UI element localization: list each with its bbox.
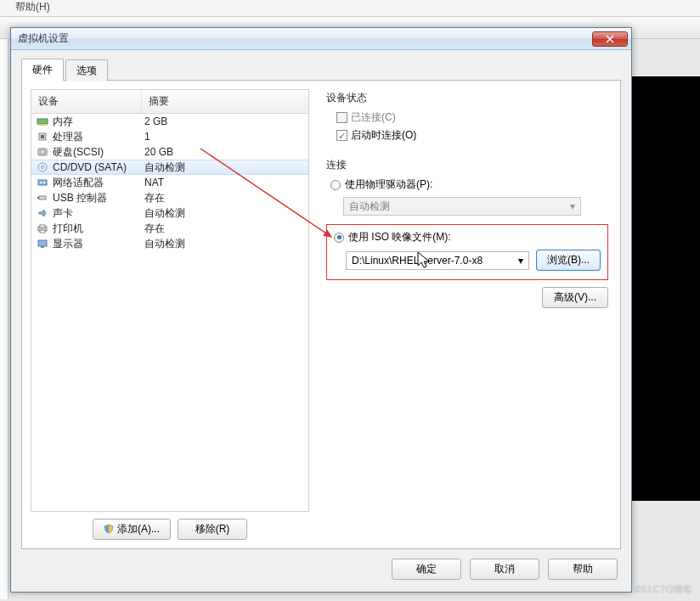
device-summary: 1 xyxy=(144,131,305,143)
cancel-button[interactable]: 取消 xyxy=(470,559,539,580)
device-actions: 添加(A)... 移除(R) xyxy=(31,512,309,540)
connection-title: 连接 xyxy=(326,158,608,172)
svg-rect-16 xyxy=(38,240,47,246)
svg-rect-14 xyxy=(40,225,45,227)
device-summary: 自动检测 xyxy=(144,206,305,221)
iso-radio-row[interactable]: 使用 ISO 映像文件(M): xyxy=(334,230,601,244)
device-row[interactable]: 硬盘(SCSI)20 GB xyxy=(31,144,308,160)
col-summary: 摘要 xyxy=(142,90,308,113)
device-name: 显示器 xyxy=(53,237,144,251)
tabstrip: 硬件 选项 xyxy=(21,59,621,81)
net-icon xyxy=(35,176,50,189)
tab-hardware[interactable]: 硬件 xyxy=(21,59,64,81)
device-row[interactable]: USB 控制器存在 xyxy=(31,190,308,205)
device-name: 处理器 xyxy=(53,130,144,144)
device-status-title: 设备状态 xyxy=(326,91,608,105)
device-list[interactable]: 设备 摘要 内存2 GB处理器1硬盘(SCSI)20 GBCD/DVD (SAT… xyxy=(31,89,309,512)
iso-path-value: D:\Linux\RHEL-server-7.0-x8 xyxy=(352,255,483,267)
iso-annotation-box: 使用 ISO 映像文件(M): D:\Linux\RHEL-server-7.0… xyxy=(326,224,608,280)
device-list-body: 内存2 GB处理器1硬盘(SCSI)20 GBCD/DVD (SATA)自动检测… xyxy=(31,114,308,251)
usb-icon xyxy=(35,191,50,205)
add-device-button[interactable]: 添加(A)... xyxy=(93,519,171,540)
app-sidebar xyxy=(0,39,8,599)
svg-rect-1 xyxy=(38,124,47,126)
dialog-buttons: 确定 取消 帮助 xyxy=(21,550,621,585)
display-icon xyxy=(35,237,50,250)
svg-point-5 xyxy=(41,150,45,154)
help-button[interactable]: 帮助 xyxy=(548,559,618,580)
svg-rect-0 xyxy=(37,119,48,124)
advanced-row: 高级(V)... xyxy=(326,287,608,308)
svg-rect-10 xyxy=(43,182,45,183)
iso-path-row: D:\Linux\RHEL-server-7.0-x8 ▾ 浏览(B)... xyxy=(346,250,601,271)
connect-on-power-row[interactable]: 启动时连接(O) xyxy=(336,128,608,143)
add-device-label: 添加(A)... xyxy=(117,523,160,535)
shield-icon xyxy=(104,524,114,536)
dialog-title: 虚拟机设置 xyxy=(18,31,592,46)
menu-help[interactable]: 帮助(H) xyxy=(15,1,50,13)
app-menubar: 帮助(H) xyxy=(0,0,700,17)
svg-rect-17 xyxy=(41,246,44,248)
col-device: 设备 xyxy=(31,90,142,113)
advanced-button[interactable]: 高级(V)... xyxy=(542,287,608,308)
svg-rect-8 xyxy=(38,180,47,185)
checkbox-icon xyxy=(336,130,347,141)
printer-icon xyxy=(35,222,50,235)
chevron-down-icon: ▾ xyxy=(570,200,575,212)
device-pane: 设备 摘要 内存2 GB处理器1硬盘(SCSI)20 GBCD/DVD (SAT… xyxy=(22,81,318,548)
svg-rect-9 xyxy=(40,182,42,183)
remove-device-button[interactable]: 移除(R) xyxy=(178,519,247,540)
device-row[interactable]: 内存2 GB xyxy=(31,114,308,129)
physical-drive-value: 自动检测 xyxy=(349,199,390,214)
device-summary: 自动检测 xyxy=(144,160,305,175)
memory-icon xyxy=(35,115,50,128)
sound-icon xyxy=(35,206,50,220)
titlebar: 虚拟机设置 xyxy=(11,28,631,50)
dialog-body: 硬件 选项 设备 摘要 内存2 GB处理器1硬盘(SCSI)20 GBCD/DV… xyxy=(11,50,631,592)
device-row[interactable]: CD/DVD (SATA)自动检测 xyxy=(31,160,308,175)
device-row[interactable]: 声卡自动检测 xyxy=(31,205,308,221)
device-name: 声卡 xyxy=(53,206,144,221)
ok-button[interactable]: 确定 xyxy=(392,559,461,580)
chevron-down-icon: ▾ xyxy=(518,255,523,267)
physical-drive-radio-row[interactable]: 使用物理驱动器(P): xyxy=(330,177,608,192)
svg-rect-12 xyxy=(37,197,39,199)
radio-icon xyxy=(334,233,344,243)
device-summary: NAT xyxy=(144,177,305,188)
vm-screen-area xyxy=(632,76,700,501)
iso-label: 使用 ISO 映像文件(M): xyxy=(348,230,451,244)
connect-on-power-label: 启动时连接(O) xyxy=(351,128,416,143)
device-row[interactable]: 处理器1 xyxy=(31,129,308,144)
browse-button[interactable]: 浏览(B)... xyxy=(536,250,601,271)
disk-icon xyxy=(35,145,50,159)
close-button[interactable] xyxy=(592,31,628,47)
physical-drive-label: 使用物理驱动器(P): xyxy=(345,177,432,192)
iso-path-combo[interactable]: D:\Linux\RHEL-server-7.0-x8 ▾ xyxy=(346,251,529,270)
device-name: CD/DVD (SATA) xyxy=(53,161,144,173)
device-name: USB 控制器 xyxy=(53,191,144,205)
vm-settings-dialog: 虚拟机设置 硬件 选项 设备 摘要 内存2 GB处理器1硬盘(SCSI)20 G… xyxy=(10,27,632,593)
device-summary: 20 GB xyxy=(144,146,305,158)
radio-icon xyxy=(330,180,341,190)
device-summary: 自动检测 xyxy=(144,237,305,251)
cd-icon xyxy=(35,160,50,174)
tab-options[interactable]: 选项 xyxy=(65,59,108,81)
device-row[interactable]: 显示器自动检测 xyxy=(31,236,308,251)
svg-rect-15 xyxy=(40,230,45,233)
checkbox-icon xyxy=(336,112,347,123)
tab-panel: 设备 摘要 内存2 GB处理器1硬盘(SCSI)20 GBCD/DVD (SAT… xyxy=(21,80,621,549)
watermark: ©51CTO博客 xyxy=(635,583,693,596)
connected-checkbox-row[interactable]: 已连接(C) xyxy=(336,110,608,125)
device-row[interactable]: 网络适配器NAT xyxy=(31,175,308,190)
svg-point-7 xyxy=(42,166,44,169)
svg-rect-11 xyxy=(39,196,46,199)
device-summary: 存在 xyxy=(144,222,305,236)
settings-pane: 设备状态 已连接(C) 启动时连接(O) 连接 使用物理驱动器(P): xyxy=(318,81,620,548)
device-list-header: 设备 摘要 xyxy=(31,90,308,114)
device-row[interactable]: 打印机存在 xyxy=(31,221,308,236)
device-name: 硬盘(SCSI) xyxy=(53,145,144,160)
device-name: 网络适配器 xyxy=(53,176,144,190)
device-name: 打印机 xyxy=(53,222,144,236)
device-name: 内存 xyxy=(53,115,144,129)
physical-drive-select: 自动检测 ▾ xyxy=(343,197,581,216)
